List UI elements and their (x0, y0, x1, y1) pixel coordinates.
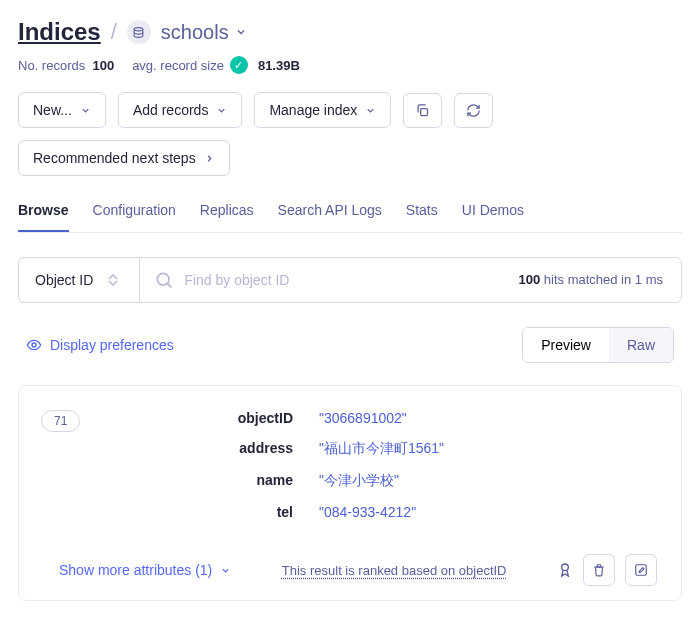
index-selector[interactable]: schools (161, 21, 247, 44)
trash-icon (592, 563, 606, 577)
search-result-summary: 100 hits matched in 1 ms (500, 258, 681, 302)
toolbar-row2: Recommended next steps (18, 140, 682, 176)
record-fields: objectID "3066891002" address "福山市今津町156… (193, 410, 657, 520)
records-stat: No. records 100 (18, 58, 114, 73)
record-actions (557, 554, 657, 586)
chevron-down-icon (216, 105, 227, 116)
chevron-down-icon (80, 105, 91, 116)
svg-line-3 (168, 283, 172, 287)
record-position-badge: 71 (41, 410, 80, 432)
tab-stats[interactable]: Stats (406, 202, 438, 232)
view-toggle: Preview Raw (522, 327, 674, 363)
tab-configuration[interactable]: Configuration (93, 202, 176, 232)
new-button[interactable]: New... (18, 92, 106, 128)
display-preferences-link[interactable]: Display preferences (26, 337, 174, 353)
ribbon-icon[interactable] (557, 560, 573, 580)
svg-point-2 (158, 273, 170, 285)
tab-replicas[interactable]: Replicas (200, 202, 254, 232)
svg-rect-1 (421, 108, 428, 115)
manage-index-button[interactable]: Manage index (254, 92, 391, 128)
chevron-down-icon (365, 105, 376, 116)
chevron-right-icon (204, 153, 215, 164)
field-name: name "今津小学校" (193, 472, 657, 490)
toolbar: New... Add records Manage index (18, 92, 682, 128)
delete-button[interactable] (583, 554, 615, 586)
avg-size-stat: avg. record size ✓ 81.39B (132, 56, 300, 74)
rank-info[interactable]: This result is ranked based on objectID (282, 563, 507, 578)
edit-button[interactable] (625, 554, 657, 586)
copy-button[interactable] (403, 93, 442, 128)
refresh-icon (466, 103, 481, 118)
breadcrumb-separator: / (111, 19, 117, 45)
index-name: schools (161, 21, 229, 44)
search-bar: Object ID 100 hits matched in 1 ms (18, 257, 682, 303)
search-input[interactable] (184, 272, 486, 288)
view-raw-button[interactable]: Raw (609, 328, 673, 362)
svg-point-4 (32, 343, 36, 347)
tab-ui-demos[interactable]: UI Demos (462, 202, 524, 232)
view-preview-button[interactable]: Preview (523, 328, 609, 362)
breadcrumb: Indices / schools (18, 18, 682, 46)
show-more-attributes[interactable]: Show more attributes (1) (59, 562, 231, 578)
record-card: 71 objectID "3066891002" address "福山市今津町… (18, 385, 682, 601)
stats-row: No. records 100 avg. record size ✓ 81.39… (18, 56, 682, 74)
eye-icon (26, 337, 42, 353)
record-footer: Show more attributes (1) This result is … (43, 554, 657, 586)
tabs: Browse Configuration Replicas Search API… (18, 202, 682, 233)
tab-browse[interactable]: Browse (18, 202, 69, 232)
svg-point-5 (562, 564, 569, 571)
search-input-wrap (140, 258, 500, 302)
copy-icon (415, 103, 430, 118)
check-icon: ✓ (230, 56, 248, 74)
field-objectid: objectID "3066891002" (193, 410, 657, 426)
index-icon (127, 20, 151, 44)
chevron-down-icon (235, 26, 247, 38)
svg-point-0 (134, 27, 143, 30)
add-records-button[interactable]: Add records (118, 92, 242, 128)
field-address: address "福山市今津町1561" (193, 440, 657, 458)
edit-icon (634, 563, 648, 577)
field-tel: tel "084-933-4212" (193, 504, 657, 520)
prefs-row: Display preferences Preview Raw (18, 327, 682, 363)
recommended-next-steps-button[interactable]: Recommended next steps (18, 140, 230, 176)
breadcrumb-root[interactable]: Indices (18, 18, 101, 46)
refresh-button[interactable] (454, 93, 493, 128)
search-mode-selector[interactable]: Object ID (19, 258, 140, 302)
chevron-down-icon (220, 565, 231, 576)
sort-arrows-icon (103, 274, 123, 286)
tab-search-api-logs[interactable]: Search API Logs (278, 202, 382, 232)
search-icon (154, 270, 174, 290)
